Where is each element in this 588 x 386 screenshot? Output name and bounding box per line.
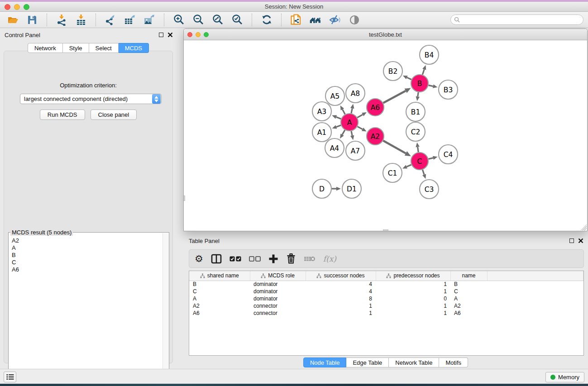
table-cell[interactable]: A — [450, 295, 487, 302]
task-history-button[interactable] — [4, 372, 16, 382]
graph-node-B2[interactable]: B2 — [383, 62, 402, 81]
table-cell[interactable]: 4 — [306, 288, 376, 295]
network-view-window[interactable]: testGlobe.txt B4B2BB3A8A5A6A3B1AC2A1A2A4… — [183, 29, 588, 231]
edge-B-B2[interactable] — [407, 77, 411, 80]
graph-node-C4[interactable]: C4 — [439, 145, 458, 164]
table-cell[interactable]: connector — [250, 302, 306, 310]
edge-A-A4[interactable] — [342, 130, 345, 134]
memory-button[interactable]: Memory — [545, 372, 584, 382]
edge-C-C1[interactable] — [406, 165, 411, 167]
table-row[interactable]: A2connector11A2 — [189, 302, 583, 310]
select-all-checkboxes-icon[interactable] — [229, 253, 241, 265]
graph-node-A2[interactable]: A2 — [367, 128, 384, 145]
mcds-result-list[interactable]: A2ABCA6 — [8, 232, 169, 383]
edge-B-B3[interactable] — [429, 85, 433, 86]
graph-node-A1[interactable]: A1 — [312, 123, 331, 142]
column-header-predecessor-nodes[interactable]: predecessor nodes — [376, 271, 450, 281]
zoom-selected-icon[interactable] — [231, 14, 244, 26]
table-cell[interactable]: 1 — [306, 310, 376, 317]
edge-A2-C[interactable] — [383, 141, 406, 153]
graph-node-C2[interactable]: C2 — [406, 122, 425, 141]
refresh-icon[interactable] — [260, 14, 273, 26]
table-cell[interactable]: A — [189, 295, 250, 302]
column-header-name[interactable]: name — [450, 271, 487, 281]
table-cell[interactable]: connector — [250, 310, 306, 317]
table-cell[interactable]: 1 — [376, 302, 450, 310]
edge-A-A5[interactable] — [342, 110, 345, 114]
resize-grip-icon[interactable] — [580, 224, 587, 230]
edge-A-A3[interactable] — [336, 117, 341, 119]
table-cell[interactable]: 4 — [306, 281, 376, 288]
edge-A-A7[interactable] — [351, 131, 352, 136]
export-network-icon[interactable] — [104, 14, 117, 26]
criterion-dropdown[interactable]: largest connected component (directed) — [20, 94, 162, 104]
result-item[interactable]: C — [12, 259, 169, 266]
table-row[interactable]: Cdominator41C — [189, 288, 583, 295]
graph-node-D[interactable]: D — [312, 179, 331, 198]
search-field[interactable] — [450, 14, 583, 25]
tab-select[interactable]: Select — [89, 43, 119, 53]
close-panel-button[interactable]: Close panel — [91, 110, 137, 120]
table-cell[interactable]: C — [450, 288, 487, 295]
table-cell[interactable]: C — [189, 288, 250, 295]
home-icon[interactable] — [309, 14, 322, 26]
table-cell[interactable]: dominator — [250, 295, 306, 302]
table-cell[interactable]: B — [189, 281, 250, 288]
float-table-panel-icon[interactable] — [569, 238, 574, 243]
close-panel-icon[interactable] — [167, 32, 173, 38]
close-table-panel-icon[interactable] — [578, 238, 583, 243]
graph-node-C1[interactable]: C1 — [383, 163, 402, 182]
graph-node-A4[interactable]: A4 — [325, 138, 344, 157]
column-header-successor-nodes[interactable]: successor nodes — [306, 271, 376, 281]
graph-node-C[interactable]: C — [411, 152, 428, 170]
graph-node-A3[interactable]: A3 — [312, 102, 331, 121]
network-canvas[interactable]: B4B2BB3A8A5A6A3B1AC2A1A2A4A7C4CC1DD1C3 — [184, 40, 587, 231]
table-cell[interactable]: 1 — [376, 310, 450, 317]
open-folder-icon[interactable] — [6, 14, 19, 26]
network-window-titlebar[interactable]: testGlobe.txt — [184, 29, 587, 40]
edge-A-A1[interactable] — [336, 125, 341, 127]
graph-node-D1[interactable]: D1 — [342, 179, 361, 198]
hide-selected-eye-icon[interactable] — [329, 14, 341, 26]
import-network-icon[interactable] — [55, 14, 68, 26]
graph-node-A[interactable]: A — [341, 114, 358, 131]
function-builder-icon[interactable]: f(x) — [323, 253, 336, 265]
result-item[interactable]: B — [12, 252, 169, 259]
result-item[interactable]: A6 — [12, 266, 169, 273]
graph-node-A6[interactable]: A6 — [367, 99, 384, 116]
split-column-icon[interactable] — [211, 253, 222, 265]
tab-edge-table[interactable]: Edge Table — [346, 357, 389, 367]
table-row[interactable]: Bdominator41B — [189, 281, 583, 288]
table-cell[interactable]: A2 — [450, 302, 487, 310]
zoom-out-icon[interactable] — [192, 14, 205, 26]
edge-B-B1[interactable] — [418, 92, 418, 97]
float-panel-icon[interactable] — [159, 33, 163, 37]
tab-network-table[interactable]: Network Table — [389, 357, 439, 367]
result-item[interactable]: A2 — [12, 237, 169, 244]
canvas-horizontal-scrollbar[interactable] — [383, 229, 388, 231]
edge-A6-B[interactable] — [383, 91, 406, 103]
edge-A-A8[interactable] — [351, 108, 352, 113]
table-cell[interactable]: A2 — [189, 302, 250, 310]
show-all-eye-icon[interactable] — [348, 14, 361, 26]
table-cell[interactable]: 1 — [376, 288, 450, 295]
zoom-in-icon[interactable] — [172, 14, 185, 26]
table-cell[interactable]: 1 — [306, 302, 376, 310]
add-column-icon[interactable] — [268, 253, 278, 265]
network-graph[interactable]: B4B2BB3A8A5A6A3B1AC2A1A2A4A7C4CC1DD1C3 — [184, 40, 587, 231]
import-table-icon[interactable] — [75, 14, 87, 26]
graph-node-C3[interactable]: C3 — [420, 180, 439, 199]
table-cell[interactable]: 8 — [306, 295, 376, 302]
table-cell[interactable]: A6 — [189, 310, 250, 317]
table-cell[interactable]: dominator — [250, 288, 306, 295]
edge-A-A6[interactable] — [357, 114, 363, 118]
tab-motifs[interactable]: Motifs — [439, 357, 468, 367]
save-icon[interactable] — [26, 14, 38, 26]
clone-network-icon[interactable] — [290, 14, 302, 26]
table-cell[interactable]: dominator — [250, 281, 306, 288]
tab-style[interactable]: Style — [63, 43, 89, 53]
edge-C-C3[interactable] — [422, 170, 424, 175]
export-image-icon[interactable] — [143, 14, 156, 26]
graph-node-B1[interactable]: B1 — [406, 102, 425, 121]
result-item[interactable]: A — [12, 244, 169, 252]
